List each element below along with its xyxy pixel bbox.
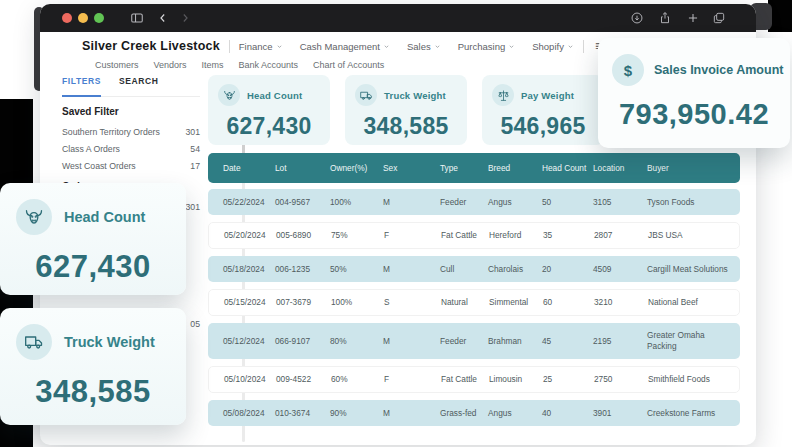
menu-item-cash-management[interactable]: Cash Management [300,41,390,52]
cell-type: Feeder [440,197,488,208]
table-row[interactable]: 05/15/2024007-3679100%SNaturalSimmental6… [208,289,740,316]
cell-sex: M [383,197,440,208]
stat-value: 348,585 [355,113,457,140]
menu-item-finance[interactable]: Finance [239,41,283,52]
cell-buyer: Creekstone Farms [647,408,740,419]
column-header-date[interactable]: Date [223,163,275,173]
sidebar-item-west-coast-orders[interactable]: West Coast Orders17 [62,157,200,174]
subnav-item-bank-accounts[interactable]: Bank Accounts [239,60,299,70]
column-header-sex[interactable]: Sex [383,163,440,173]
sidebar-heading-saved-filter: Saved Filter [62,106,200,117]
new-tab-icon[interactable] [684,9,702,27]
menu-item-purchasing[interactable]: Purchasing [458,41,516,52]
cell-date: 05/18/2024 [223,264,275,275]
sidebar-toggle-icon[interactable] [128,9,146,27]
cell-lot: 066-9107 [275,336,330,347]
table-row[interactable]: 05/22/2024004-9567100%MFeederAngus503105… [208,189,740,215]
header-divider [229,40,230,53]
sidebar-item-class-a-orders[interactable]: Class A Orders54 [62,140,200,157]
cell-breed: Hereford [489,230,543,241]
sidebar-item-southern-territory-orders[interactable]: Southern Territory Orders301 [62,123,200,140]
cell-type: Fat Cattle [441,374,489,385]
sidebar-item-count: 54 [190,144,200,154]
column-header-head-count[interactable]: Head Count [542,163,593,173]
truck-icon [355,84,377,106]
stat-label: Truck Weight [384,90,446,101]
back-icon[interactable] [154,9,172,27]
app-brand: Silver Creek Livestock [82,39,220,53]
cell-owner: 90% [330,408,383,419]
share-icon[interactable] [656,9,674,27]
zoom-button[interactable] [94,13,104,23]
subnav-item-items[interactable]: Items [202,60,224,70]
menu-item-label: Sales [407,41,431,52]
chevron-down-icon [276,43,283,50]
cell-date: 05/20/2024 [224,230,276,241]
sales-invoice-amount-card: $ Sales Invoice Amount 793,950.42 [598,38,790,148]
stat-card-row: Head Count627,430Truck Weight348,585Pay … [208,75,604,145]
sales-invoice-value: 793,950.42 [598,98,790,131]
table-row[interactable]: 05/12/2024066-910780%MFeederBrahman45219… [208,323,740,359]
table-row[interactable]: 05/20/2024005-689075%FFat CattleHereford… [208,222,740,249]
cell-buyer: JBS USA [648,230,739,241]
table-row[interactable]: 05/18/2024006-123550%MCullCharolais20450… [208,256,740,282]
truck-weight-value: 348,585 [0,374,186,410]
table-row[interactable]: 05/10/2024009-452260%FFat CattleLimousin… [208,366,740,393]
subnav-item-chart-of-accounts[interactable]: Chart of Accounts [313,60,384,70]
column-header-breed[interactable]: Breed [488,163,542,173]
menu-item-label: Cash Management [300,41,380,52]
cell-head-count: 25 [543,374,594,385]
menu-item-label: Purchasing [458,41,506,52]
window-titlebar [40,4,756,32]
cell-breed: Simmental [489,297,543,308]
chevron-down-icon [567,43,574,50]
truck-weight-card: Truck Weight 348,585 [0,308,186,425]
cell-breed: Limousin [489,374,543,385]
cell-type: Cull [440,264,488,275]
head-count-value: 627,430 [0,249,186,285]
stat-card-top: Pay Weight [492,84,594,106]
sales-invoice-label: Sales Invoice Amount [654,63,783,77]
menu-item-label: Shopify [532,41,564,52]
column-header-location[interactable]: Location [593,163,647,173]
column-header-owner[interactable]: Owner(%) [330,163,383,173]
stat-card-truck-weight[interactable]: Truck Weight348,585 [345,75,467,145]
subnav-item-customers[interactable]: Customers [95,60,139,70]
column-header-lot[interactable]: Lot [275,163,330,173]
sidebar-tab-search[interactable]: SEARCH [119,76,159,91]
forward-icon[interactable] [176,9,194,27]
sidebar-item-count: 301 [186,127,201,137]
cell-sex: M [383,408,440,419]
cell-lot: 005-6890 [276,230,331,241]
cell-date: 05/22/2024 [223,197,275,208]
menu-item-sales[interactable]: Sales [407,41,441,52]
cell-owner: 60% [331,374,384,385]
cell-head-count: 60 [543,297,594,308]
cell-date: 05/12/2024 [223,336,275,347]
stat-card-pay-weight[interactable]: Pay Weight546,965 [482,75,604,145]
cell-breed: Angus [488,408,542,419]
cell-type: Fat Cattle [441,230,489,241]
subnav-item-vendors[interactable]: Vendors [154,60,187,70]
dollar-icon: $ [612,54,644,86]
chevron-down-icon [434,43,441,50]
menu-item-shopify[interactable]: Shopify [532,41,574,52]
cell-location: 3210 [594,297,648,308]
tabs-overview-icon[interactable] [710,9,728,27]
cell-location: 4509 [593,264,647,275]
main-menu: FinanceCash ManagementSalesPurchasingSho… [239,41,574,52]
chevron-down-icon [383,43,390,50]
close-button[interactable] [62,13,72,23]
sidebar-tab-filters[interactable]: FILTERS [62,76,101,97]
cell-lot: 006-1235 [275,264,330,275]
stat-card-head-count[interactable]: Head Count627,430 [208,75,330,145]
stat-card-top: Truck Weight [355,84,457,106]
column-header-type[interactable]: Type [440,163,488,173]
column-header-buyer[interactable]: Buyer [647,163,740,173]
orders-table: DateLotOwner(%)SexTypeBreedHead CountLoc… [208,153,740,433]
cell-owner: 100% [331,297,384,308]
download-icon[interactable] [628,9,646,27]
cell-type: Grass-fed [440,408,488,419]
table-row[interactable]: 05/08/2024010-367490%MGrass-fedAngus4039… [208,400,740,426]
minimize-button[interactable] [78,13,88,23]
